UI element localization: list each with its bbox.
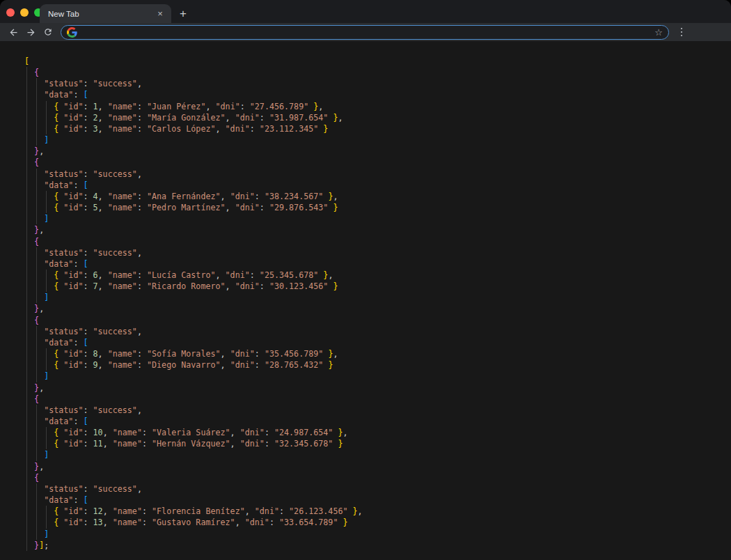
indent-guide xyxy=(36,247,37,258)
indent-guide xyxy=(26,224,27,235)
indent-guide xyxy=(36,270,37,281)
indent-guide xyxy=(26,270,27,281)
code-line: { xyxy=(24,472,731,483)
new-tab-button[interactable]: + xyxy=(175,6,191,22)
code-line: }, xyxy=(24,146,731,157)
indent-guide xyxy=(26,213,27,224)
indent-guide xyxy=(26,348,27,359)
tab-strip: New Tab × + xyxy=(0,0,731,23)
indent-guide xyxy=(26,529,27,540)
page-content: [ { "status": "success", "data": [ { "id… xyxy=(0,41,731,560)
indent-guide xyxy=(26,89,27,100)
indent-guide xyxy=(36,438,37,449)
code-line: { "id": 7, "name": "Ricardo Romero", "dn… xyxy=(24,281,731,292)
indent-guide xyxy=(26,517,27,528)
indent-guide xyxy=(26,202,27,213)
indent-guide xyxy=(26,472,27,483)
bookmark-star-button[interactable]: ☆ xyxy=(654,28,663,37)
indent-guide xyxy=(36,529,37,540)
indent-guide xyxy=(36,78,37,89)
indent-guide xyxy=(36,191,37,202)
browser-toolbar: ☆ xyxy=(0,23,731,41)
code-line: }, xyxy=(24,382,731,394)
indent-guide xyxy=(26,506,27,517)
tab-close-button[interactable]: × xyxy=(155,8,166,20)
indent-guide xyxy=(46,427,47,438)
browser-window: New Tab × + ☆ xyxy=(0,0,731,560)
code-line: "status": "success", xyxy=(24,169,731,180)
indent-guide xyxy=(26,101,27,112)
code-line: }, xyxy=(24,461,731,472)
code-line: ] xyxy=(24,449,731,460)
code-line: { "id": 8, "name": "Sofía Morales", "dni… xyxy=(24,348,731,359)
code-line: { "id": 1, "name": "Juan Pérez", "dni": … xyxy=(24,101,731,112)
indent-guide xyxy=(46,348,47,359)
code-line: }]; xyxy=(24,540,731,551)
code-line: ] xyxy=(24,134,731,146)
code-line: "data": [ xyxy=(24,416,731,427)
indent-guide xyxy=(46,123,47,134)
arrow-left-icon xyxy=(8,27,19,38)
indent-guide xyxy=(46,101,47,112)
code-line: "data": [ xyxy=(24,180,731,191)
tab-new-tab[interactable]: New Tab × xyxy=(40,4,171,23)
indent-guide xyxy=(26,337,27,348)
code-line: { xyxy=(24,315,731,326)
indent-guide xyxy=(36,449,37,460)
indent-guide xyxy=(26,191,27,202)
code-line: "status": "success", xyxy=(24,483,731,495)
indent-guide xyxy=(26,281,27,292)
code-line: { xyxy=(24,67,731,78)
forward-button[interactable] xyxy=(23,24,38,40)
google-logo-icon xyxy=(67,27,77,38)
indent-guide xyxy=(26,427,27,438)
address-bar[interactable]: ☆ xyxy=(61,25,669,40)
arrow-right-icon xyxy=(26,27,36,38)
indent-guide xyxy=(26,359,27,371)
indent-guide xyxy=(46,438,47,449)
indent-guide xyxy=(36,89,37,100)
indent-guide xyxy=(36,506,37,517)
indent-guide xyxy=(26,483,27,495)
code-line: { xyxy=(24,394,731,405)
indent-guide xyxy=(26,371,27,382)
indent-guide xyxy=(26,449,27,460)
address-input[interactable] xyxy=(83,26,654,38)
indent-guide xyxy=(26,157,27,168)
indent-guide xyxy=(26,67,27,78)
reload-button[interactable] xyxy=(40,24,56,40)
window-minimize-button[interactable] xyxy=(20,8,29,17)
browser-menu-button[interactable] xyxy=(675,24,689,40)
indent-guide xyxy=(26,78,27,89)
indent-guide xyxy=(36,359,37,371)
indent-guide xyxy=(26,438,27,449)
back-button[interactable] xyxy=(6,24,21,40)
code-line: "status": "success", xyxy=(24,78,731,89)
indent-guide xyxy=(36,495,37,506)
traffic-lights xyxy=(6,8,42,17)
window-close-button[interactable] xyxy=(6,8,15,17)
indent-guide xyxy=(36,326,37,337)
indent-guide xyxy=(26,292,27,303)
indent-guide xyxy=(36,112,37,123)
indent-guide xyxy=(26,112,27,123)
code-line: { "id": 5, "name": "Pedro Martínez", "dn… xyxy=(24,202,731,213)
code-line: { "id": 6, "name": "Lucía Castro", "dni"… xyxy=(24,270,731,281)
indent-guide xyxy=(36,348,37,359)
indent-guide xyxy=(36,258,37,270)
indent-guide xyxy=(46,281,47,292)
code-line: { "id": 12, "name": "Florencia Benítez",… xyxy=(24,506,731,517)
code-line: { "id": 10, "name": "Valeria Suárez", "d… xyxy=(24,427,731,438)
indent-guide xyxy=(36,169,37,180)
code-line: { "id": 4, "name": "Ana Fernández", "dni… xyxy=(24,191,731,202)
indent-guide xyxy=(26,326,27,337)
indent-guide xyxy=(26,169,27,180)
indent-guide xyxy=(36,134,37,146)
indent-guide xyxy=(36,483,37,495)
code-line: "status": "success", xyxy=(24,247,731,258)
code-line: { "id": 9, "name": "Diego Navarro", "dni… xyxy=(24,359,731,371)
indent-guide xyxy=(26,382,27,394)
code-line: "data": [ xyxy=(24,495,731,506)
indent-guide xyxy=(36,337,37,348)
indent-guide xyxy=(36,202,37,213)
